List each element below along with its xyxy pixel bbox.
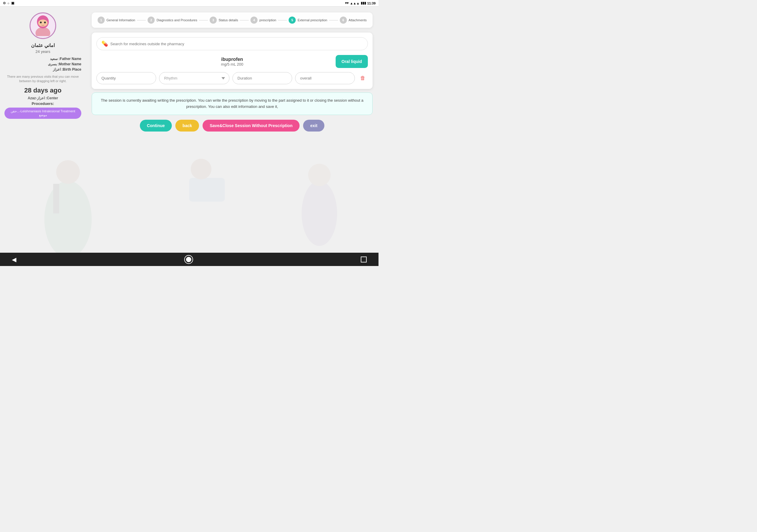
main-content: اماني عثمان 24 years Father Name: سعيد M… <box>0 7 378 253</box>
step-5-circle: 5 <box>288 16 296 24</box>
save-close-button[interactable]: Save&Close Session Without Prescription <box>202 120 300 132</box>
step-3[interactable]: 3 Status details <box>210 16 238 24</box>
medicine-name: ibuprofen <box>187 57 277 62</box>
step-2-circle: 2 <box>148 16 155 24</box>
back-button[interactable]: back <box>175 120 199 132</box>
step-1-circle: 1 <box>98 16 105 24</box>
overall-input[interactable] <box>295 72 355 84</box>
info-message: The session is currently awaiting writin… <box>92 93 373 115</box>
square-icon: ▣ <box>11 1 14 5</box>
procedures-label: Proceduers: <box>4 102 81 106</box>
patient-father: Father Name: سعيد <box>4 57 81 61</box>
connector-1 <box>137 20 146 20</box>
step-4-label: prescription <box>259 18 276 22</box>
wifi-icon: ▾▾ <box>345 1 348 5</box>
sidebar: اماني عثمان 24 years Father Name: سعيد M… <box>0 7 86 253</box>
home-nav-button[interactable] <box>184 255 193 264</box>
bottom-nav: ◀ <box>0 253 378 266</box>
oral-liquid-button[interactable]: Oral liquid <box>336 55 368 68</box>
back-nav-button[interactable]: ◀ <box>12 256 16 263</box>
svg-point-8 <box>36 27 50 36</box>
mother-name: بسرى <box>48 62 57 66</box>
stepper: 1 General Information 2 Diagnostics and … <box>92 13 373 28</box>
medicine-row: ibuprofen mg/5 mL 200 Oral liquid <box>96 55 368 68</box>
step-5-label: External prescription <box>297 18 327 22</box>
step-2[interactable]: 2 Diagnostics and Procedures <box>148 16 197 24</box>
step-5[interactable]: 5 External prescription <box>288 16 327 24</box>
center-label: Center: <box>45 96 58 100</box>
mother-label: Mother Name: <box>58 62 81 66</box>
father-label: Father Name: <box>59 57 81 61</box>
search-bar[interactable]: 💊 <box>96 37 368 50</box>
step-3-circle: 3 <box>210 16 217 24</box>
avatar <box>30 13 56 39</box>
step-4-circle: 4 <box>251 16 257 24</box>
patient-birthplace: Birth Place: اعزاز <box>4 67 81 72</box>
duration-input[interactable] <box>232 72 292 84</box>
right-content: 1 General Information 2 Diagnostics and … <box>86 7 378 253</box>
rhythm-select[interactable]: Rhythm <box>159 72 229 84</box>
birthplace-value: اعزاز <box>53 67 61 72</box>
quantity-input[interactable] <box>96 72 156 84</box>
time-display: 11:39 <box>367 1 376 5</box>
signal-icon: ▲▲▲ <box>350 1 360 5</box>
connector-4 <box>278 20 287 20</box>
medicine-dose: mg/5 mL 200 <box>187 62 277 67</box>
fields-row: Rhythm 🗑 <box>96 72 368 84</box>
step-6[interactable]: 6 Attachments <box>340 16 367 24</box>
connector-3 <box>240 20 249 20</box>
delete-icon[interactable]: 🗑 <box>358 73 368 84</box>
center-name: اعزاز-Azaz <box>28 96 45 100</box>
step-1[interactable]: 1 General Information <box>98 16 135 24</box>
step-6-label: Attachments <box>348 18 367 22</box>
status-bar: ⊙ ○ ▣ ▾▾ ▲▲▲ ▮▮▮ 11:39 <box>0 0 378 7</box>
father-name: سعيد <box>50 57 58 61</box>
step-3-label: Status details <box>219 18 238 22</box>
exit-button[interactable]: exit <box>303 120 324 132</box>
medicine-icon: 💊 <box>102 41 108 47</box>
medicine-search-input[interactable] <box>110 42 363 46</box>
patient-age: 24 years <box>4 49 81 54</box>
medicine-card: 💊 ibuprofen mg/5 mL 200 Oral liquid Rhyt… <box>92 33 373 89</box>
birthplace-label: Birth Place: <box>62 67 81 72</box>
connector-2 <box>199 20 208 20</box>
step-6-circle: 6 <box>340 16 347 24</box>
continue-button[interactable]: Continue <box>140 120 172 132</box>
drag-hint: There are many previous visits that you … <box>4 74 81 84</box>
step-1-label: General Information <box>106 18 135 22</box>
patient-mother: Mother Name: بسرى <box>4 62 81 66</box>
recents-nav-button[interactable] <box>361 256 367 262</box>
avatar-container <box>4 13 81 39</box>
step-4[interactable]: 4 prescription <box>251 16 276 24</box>
app-icon: ⊙ <box>3 1 6 5</box>
connector-5 <box>329 20 338 20</box>
medicine-info: ibuprofen mg/5 mL 200 <box>187 57 277 67</box>
patient-name: اماني عثمان <box>4 43 81 48</box>
procedure-badge: Leishmaniasis Intralesional Treatment-..… <box>4 107 81 119</box>
status-bar-left: ⊙ ○ ▣ <box>3 1 14 5</box>
battery-icon: ▮▮▮ <box>361 1 366 5</box>
step-2-label: Diagnostics and Procedures <box>156 18 197 22</box>
status-bar-right: ▾▾ ▲▲▲ ▮▮▮ 11:39 <box>345 1 376 5</box>
svg-point-12 <box>44 21 46 23</box>
center-info: Center: اعزاز-Azaz <box>4 96 81 100</box>
svg-point-11 <box>40 21 42 23</box>
home-circle <box>186 257 191 262</box>
action-buttons: Continue back Save&Close Session Without… <box>92 120 373 132</box>
circle-icon: ○ <box>7 1 10 5</box>
days-ago: 28 days ago <box>4 87 81 94</box>
